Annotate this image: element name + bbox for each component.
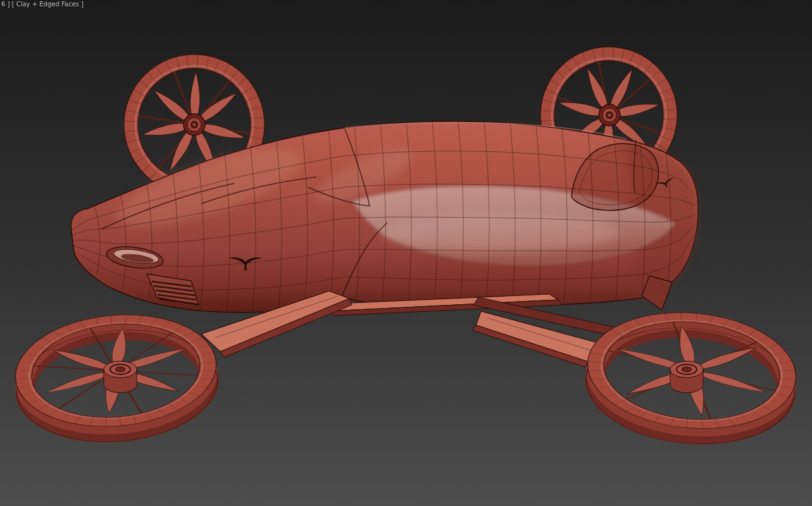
rotor-near-rear[interactable]: [582, 304, 801, 452]
car-body[interactable]: [71, 121, 698, 312]
rotor-hub-cap: [608, 113, 611, 117]
rotor-hub-cap: [682, 367, 692, 372]
rotor-near-front[interactable]: [11, 307, 222, 450]
rotor-hub-cap: [192, 123, 196, 126]
viewport-shading-label[interactable]: 6 ] [ Clay + Edged Faces ]: [1, 1, 84, 8]
rotor-blade: [692, 368, 769, 395]
rotor-hub-cap: [115, 367, 125, 372]
3d-viewport[interactable]: 6 ] [ Clay + Edged Faces ]: [0, 0, 812, 506]
model-canvas[interactable]: [0, 0, 812, 506]
glass-sheen: [380, 214, 620, 252]
